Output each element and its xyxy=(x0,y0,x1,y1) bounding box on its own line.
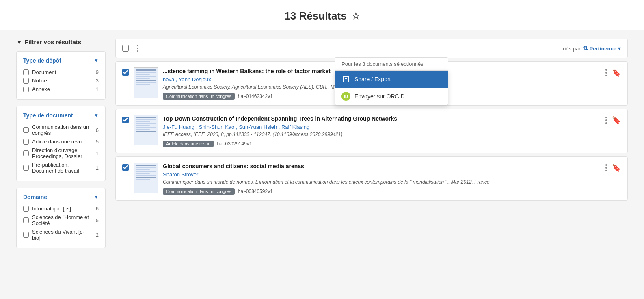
thumb-line xyxy=(136,171,156,172)
sort-label: triés par xyxy=(562,46,581,52)
dot xyxy=(605,122,607,124)
hal-id-3: hal-00840592v1 xyxy=(238,188,273,194)
checkbox-revue[interactable] xyxy=(23,139,29,145)
star-icon[interactable]: ☆ xyxy=(352,11,360,22)
thumbnail-3 xyxy=(134,162,158,193)
list-item: Sciences du Vivant [q-bio] 2 xyxy=(23,228,99,242)
bookmark-icon-3[interactable]: 🔖 xyxy=(612,163,621,172)
checkbox-annexe[interactable] xyxy=(23,87,29,92)
result-more-button-3[interactable] xyxy=(604,162,609,173)
checkbox-vivant[interactable] xyxy=(23,232,29,238)
share-export-icon xyxy=(341,75,350,84)
orcid-icon: ID xyxy=(341,92,350,101)
list-item: Communication dans un congrès 6 xyxy=(23,123,99,137)
checkbox-notice[interactable] xyxy=(23,78,29,84)
filter-title: Filtrer vos résultats xyxy=(25,39,81,46)
thumb-line xyxy=(136,121,150,122)
sort-button[interactable]: ⇅ Pertinence ▾ xyxy=(583,45,621,52)
item-label: Informatique [cs] xyxy=(32,206,93,212)
orcid-label: Envoyer sur ORCID xyxy=(354,93,405,100)
item-count: 5 xyxy=(96,217,99,223)
dot xyxy=(605,167,607,169)
item-count: 5 xyxy=(96,139,99,145)
bookmark-icon-2[interactable]: 🔖 xyxy=(612,116,621,125)
result-checkbox-1[interactable] xyxy=(122,69,129,76)
result-title-2[interactable]: Top-Down Construction of Independent Spa… xyxy=(163,115,599,122)
tag-3: Communication dans un congrès xyxy=(163,188,235,195)
thumb-line xyxy=(136,129,150,130)
dot xyxy=(605,72,607,74)
checkbox-info[interactable] xyxy=(23,206,29,212)
checkbox-direction[interactable] xyxy=(23,150,29,156)
result-content-2: Top-Down Construction of Independent Spa… xyxy=(163,115,599,147)
thumb-line xyxy=(136,117,156,118)
result-meta-2: IEEE Access, IEEE, 2020, 8, pp.112333 - … xyxy=(163,131,599,138)
result-actions-3: 🔖 xyxy=(604,162,621,173)
checkbox-document[interactable] xyxy=(23,69,29,75)
list-item: Pré-publication, Document de travail 1 xyxy=(23,160,99,175)
item-label: Sciences de l'Homme et Société xyxy=(32,214,93,226)
dot1 xyxy=(137,45,138,46)
chevron-domaine[interactable]: ▼ xyxy=(94,194,99,200)
checkbox-shs[interactable] xyxy=(23,217,29,223)
section-label-depot: Type de dépôt xyxy=(23,57,61,64)
item-count: 9 xyxy=(96,69,99,75)
result-actions-2: 🔖 xyxy=(604,115,621,126)
result-content-3: Global consumers and citizens: social me… xyxy=(163,162,599,195)
item-label: Annexe xyxy=(32,86,93,92)
chevron-document[interactable]: ▼ xyxy=(94,113,99,118)
result-title-3[interactable]: Global consumers and citizens: social me… xyxy=(163,162,599,170)
list-item: Direction d'ouvrage, Proceedings, Dossie… xyxy=(23,146,99,160)
dot xyxy=(605,119,607,121)
results-count: 13 Résultats xyxy=(284,10,346,22)
hal-id-1: hal-01462342v1 xyxy=(238,93,273,99)
thumb-line xyxy=(136,69,156,71)
item-label: Sciences du Vivant [q-bio] xyxy=(32,229,93,241)
dropdown-menu: Share / Export ID Envoyer sur ORCID xyxy=(335,70,448,105)
dot2 xyxy=(137,48,138,49)
result-checkbox-3[interactable] xyxy=(122,164,129,171)
thumb-line xyxy=(136,167,156,168)
chevron-depot[interactable]: ▼ xyxy=(94,58,99,63)
sort-icon: ⇅ xyxy=(583,45,588,52)
result-authors-2[interactable]: Jie-Fu Huang , Shih-Shun Kao , Sun-Yuan … xyxy=(163,124,599,130)
item-count: 6 xyxy=(96,206,99,212)
item-count: 1 xyxy=(96,150,99,156)
hal-id-2: hal-03029149v1 xyxy=(217,141,252,147)
result-more-button-2[interactable] xyxy=(604,115,609,126)
dropdown-item-share[interactable]: Share / Export xyxy=(335,71,448,88)
section-title-depot: Type de dépôt ▼ xyxy=(23,57,99,64)
thumbnail-1 xyxy=(134,67,158,98)
thumb-line xyxy=(136,84,150,85)
item-label: Communication dans un congrès xyxy=(32,124,93,136)
thumb-line xyxy=(136,80,156,81)
item-count: 1 xyxy=(96,86,99,92)
result-checkbox-2[interactable] xyxy=(122,117,129,123)
list-item: Article dans une revue 5 xyxy=(23,137,99,146)
more-options-button[interactable] xyxy=(135,43,140,54)
result-authors-3[interactable]: Sharon Strover xyxy=(163,171,599,178)
item-label: Document xyxy=(32,69,93,75)
share-export-label: Share / Export xyxy=(354,76,391,82)
dropdown-item-orcid[interactable]: ID Envoyer sur ORCID xyxy=(335,88,448,105)
filter-header: ▼ Filtrer vos résultats xyxy=(16,39,106,46)
thumb-line xyxy=(136,119,156,120)
thumbnail-2 xyxy=(134,115,158,145)
thumb-line xyxy=(136,123,156,124)
item-label: Article dans une revue xyxy=(32,139,93,145)
item-count: 1 xyxy=(96,165,99,171)
thumb-line xyxy=(136,127,156,128)
bookmark-icon-1[interactable]: 🔖 xyxy=(612,68,621,77)
result-more-button-1[interactable] xyxy=(604,67,609,78)
select-all-checkbox[interactable] xyxy=(122,45,129,52)
result-meta-3: Communiquer dans un monde de normes. L'i… xyxy=(163,179,599,186)
checkbox-congres[interactable] xyxy=(23,127,29,133)
tag-1: Communication dans un congrès xyxy=(163,93,235,100)
item-count: 6 xyxy=(96,127,99,133)
content-area: triés par ⇅ Pertinence ▾ Pour les 3 docu… xyxy=(115,39,628,299)
sidebar-section-document: Type de document ▼ Communication dans un… xyxy=(16,106,106,181)
checkbox-prepub[interactable] xyxy=(23,165,29,171)
thumb-line xyxy=(136,78,150,79)
filter-icon: ▼ xyxy=(16,39,22,46)
page-wrapper: 13 Résultats ☆ ▼ Filtrer vos résultats T… xyxy=(0,0,644,299)
